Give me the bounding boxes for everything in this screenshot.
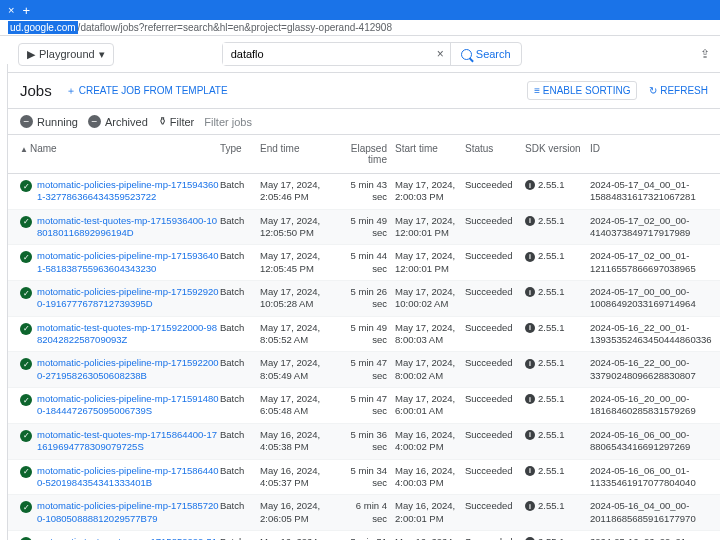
search-button[interactable]: Search	[450, 43, 521, 65]
table-row: ✓motomatic-test-quotes-mp-1715850000-514…	[8, 531, 720, 540]
status-cell: Succeeded	[465, 393, 525, 405]
job-link[interactable]: motomatic-policies-pipeline-mp-171585720…	[37, 500, 220, 525]
sdk-cell: i2.55.1	[525, 215, 590, 227]
job-link[interactable]: motomatic-policies-pipeline-mp-171586440…	[37, 465, 220, 490]
id-cell: 2024-05-17_04_00_01-15884831617321067281	[590, 179, 720, 204]
end-time-cell: May 17, 2024, 8:05:49 AM	[260, 357, 340, 382]
url-bar[interactable]: ud.google.com/dataflow/jobs?referrer=sea…	[0, 20, 720, 36]
sdk-cell: i2.55.1	[525, 429, 590, 441]
minus-icon: −	[20, 115, 33, 128]
type-cell: Batch	[220, 250, 260, 262]
id-cell: 2024-05-17_00_00_00-10086492033169714964	[590, 286, 720, 311]
id-cell: 2024-05-16_20_00_00-18168460285831579269	[590, 393, 720, 418]
job-link[interactable]: motomatic-policies-pipeline-mp-171592200…	[37, 357, 220, 382]
new-tab[interactable]: +	[22, 3, 30, 18]
success-icon: ✓	[20, 216, 32, 228]
table-row: ✓motomatic-test-quotes-mp-1715922000-988…	[8, 317, 720, 353]
job-link[interactable]: motomatic-policies-pipeline-mp-171593640…	[37, 250, 220, 275]
status-cell: Succeeded	[465, 536, 525, 540]
job-link[interactable]: motomatic-policies-pipeline-mp-171592920…	[37, 286, 220, 311]
status-cell: Succeeded	[465, 429, 525, 441]
type-cell: Batch	[220, 286, 260, 298]
share-icon[interactable]: ⇪	[700, 47, 710, 61]
create-job-link[interactable]: ＋ CREATE JOB FROM TEMPLATE	[66, 84, 228, 98]
end-time-cell: May 17, 2024, 10:05:28 AM	[260, 286, 340, 311]
type-cell: Batch	[220, 429, 260, 441]
plus-icon: ＋	[66, 84, 76, 98]
elapsed-cell: 5 min 51 sec	[340, 536, 395, 540]
status-cell: Succeeded	[465, 250, 525, 262]
success-icon: ✓	[20, 180, 32, 192]
end-time-cell: May 17, 2024, 6:05:48 AM	[260, 393, 340, 418]
job-link[interactable]: motomatic-test-quotes-mp-1715850000-5145…	[37, 536, 220, 540]
start-time-cell: May 17, 2024, 10:00:02 AM	[395, 286, 465, 311]
archived-filter[interactable]: − Archived	[88, 115, 148, 128]
info-icon[interactable]: i	[525, 501, 535, 511]
info-icon[interactable]: i	[525, 323, 535, 333]
info-icon[interactable]: i	[525, 359, 535, 369]
sdk-cell: i2.55.1	[525, 536, 590, 540]
id-cell: 2024-05-16_06_00_00-8806543416691297269	[590, 429, 720, 454]
success-icon: ✓	[20, 251, 32, 263]
end-time-cell: May 17, 2024, 12:05:45 PM	[260, 250, 340, 275]
table-row: ✓motomatic-policies-pipeline-mp-17159436…	[8, 174, 720, 210]
type-cell: Batch	[220, 179, 260, 191]
id-cell: 2024-05-16_22_00_00-33790248096628830807	[590, 357, 720, 382]
job-link[interactable]: motomatic-policies-pipeline-mp-171591480…	[37, 393, 220, 418]
status-cell: Succeeded	[465, 179, 525, 191]
table-row: ✓motomatic-test-quotes-mp-1715864400-171…	[8, 424, 720, 460]
elapsed-cell: 5 min 43 sec	[340, 179, 395, 204]
table-row: ✓motomatic-policies-pipeline-mp-17159292…	[8, 281, 720, 317]
job-link[interactable]: motomatic-test-quotes-mp-1715936400-1080…	[37, 215, 220, 240]
status-cell: Succeeded	[465, 357, 525, 369]
job-link[interactable]: motomatic-policies-pipeline-mp-171594360…	[37, 179, 220, 204]
elapsed-cell: 5 min 44 sec	[340, 250, 395, 275]
table-row: ✓motomatic-policies-pipeline-mp-17159220…	[8, 352, 720, 388]
info-icon[interactable]: i	[525, 252, 535, 262]
tab-close[interactable]: ×	[8, 4, 14, 16]
start-time-cell: May 17, 2024, 2:00:03 PM	[395, 179, 465, 204]
info-icon[interactable]: i	[525, 430, 535, 440]
sdk-cell: i2.55.1	[525, 500, 590, 512]
id-cell: 2024-05-16_06_00_01-11335461917077804040	[590, 465, 720, 490]
clear-search-icon[interactable]: ×	[431, 47, 450, 61]
job-link[interactable]: motomatic-test-quotes-mp-1715922000-9882…	[37, 322, 220, 347]
id-cell: 2024-05-17_02_00_00-4140373849717917989	[590, 215, 720, 240]
running-filter[interactable]: − Running	[20, 115, 78, 128]
elapsed-cell: 5 min 36 sec	[340, 429, 395, 454]
sdk-cell: i2.55.1	[525, 465, 590, 477]
end-time-cell: May 17, 2024, 8:05:52 AM	[260, 322, 340, 347]
sdk-cell: i2.55.1	[525, 286, 590, 298]
enable-sorting-button[interactable]: ≡ ENABLE SORTING	[527, 81, 637, 100]
start-time-cell: May 16, 2024, 12:00:03 PM	[395, 536, 465, 540]
refresh-button[interactable]: ↻ REFRESH	[649, 85, 708, 96]
info-icon[interactable]: i	[525, 180, 535, 190]
status-cell: Succeeded	[465, 322, 525, 334]
filter-input[interactable]: Filter jobs	[204, 116, 252, 128]
info-icon[interactable]: i	[525, 466, 535, 476]
status-cell: Succeeded	[465, 286, 525, 298]
sdk-cell: i2.55.1	[525, 179, 590, 191]
info-icon[interactable]: i	[525, 216, 535, 226]
env-dropdown[interactable]: ▶Playground▾	[18, 43, 114, 66]
start-time-cell: May 17, 2024, 12:00:01 PM	[395, 250, 465, 275]
elapsed-cell: 5 min 47 sec	[340, 393, 395, 418]
filter-button[interactable]: ⚱ Filter	[158, 115, 194, 128]
info-icon[interactable]: i	[525, 394, 535, 404]
success-icon: ✓	[20, 394, 32, 406]
info-icon[interactable]: i	[525, 287, 535, 297]
success-icon: ✓	[20, 430, 32, 442]
id-cell: 2024-05-16_22_00_01-13935352463450444860…	[590, 322, 720, 347]
elapsed-cell: 5 min 47 sec	[340, 357, 395, 382]
id-cell: 2024-05-16_04_00_00-20118685685916177970	[590, 500, 720, 525]
status-cell: Succeeded	[465, 215, 525, 227]
table-row: ✓motomatic-policies-pipeline-mp-17159364…	[8, 245, 720, 281]
search-box[interactable]: × Search	[222, 42, 522, 66]
start-time-cell: May 17, 2024, 12:00:01 PM	[395, 215, 465, 240]
start-time-cell: May 16, 2024, 4:00:03 PM	[395, 465, 465, 490]
type-cell: Batch	[220, 536, 260, 540]
end-time-cell: May 17, 2024, 12:05:50 PM	[260, 215, 340, 240]
sdk-cell: i2.55.1	[525, 250, 590, 262]
search-input[interactable]	[223, 43, 431, 65]
job-link[interactable]: motomatic-test-quotes-mp-1715864400-1716…	[37, 429, 220, 454]
